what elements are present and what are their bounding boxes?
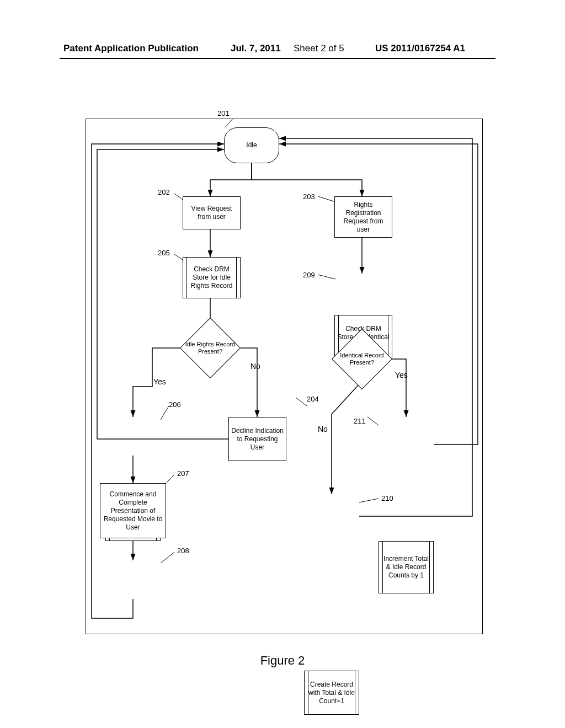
node-label: Identical Record Present? — [332, 352, 392, 366]
ref-206: 206 — [169, 400, 181, 409]
page: Patent Application Publication Jul. 7, 2… — [0, 0, 565, 728]
ref-205: 205 — [158, 249, 170, 257]
ref-208: 208 — [177, 547, 189, 555]
node-decision-identical-present: Identical Record Present? — [332, 337, 392, 381]
node-label: Idle — [246, 141, 257, 149]
node-increment-total-idle: Increment Total & Idle Record Counts by … — [379, 541, 434, 593]
sheet-number: Sheet 2 of 5 — [294, 43, 344, 54]
node-label: Check DRM Store for Idle Rights Record — [185, 265, 238, 290]
ref-203: 203 — [303, 192, 315, 201]
flowchart: Idle View Request from user Rights Regis… — [86, 119, 483, 634]
ref-204: 204 — [307, 395, 319, 403]
edge-label-yes-d1: Yes — [153, 377, 166, 386]
node-label: Commence and Complete Presentation of Re… — [103, 490, 163, 532]
publication-label: Patent Application Publication — [63, 43, 199, 54]
publication-date: Jul. 7, 2011 — [231, 43, 281, 54]
node-check-drm-idle: Check DRM Store for Idle Rights Record — [183, 257, 241, 298]
edge-label-no-d2: No — [318, 425, 328, 433]
node-label: Rights Registration Request from user — [337, 201, 390, 234]
publication-number: US 2011/0167254 A1 — [375, 43, 465, 54]
node-create-record: Create Record with Total & Idle Count=1 — [304, 671, 359, 715]
ref-209: 209 — [303, 271, 315, 279]
node-label: Create Record with Total & Idle Count=1 — [307, 681, 356, 705]
node-commence-presentation: Commence and Complete Presentation of Re… — [100, 483, 166, 538]
edge-label-no-d1: No — [250, 362, 260, 371]
ref-207: 207 — [177, 469, 189, 478]
node-label: Decline Indication to Requesting User — [231, 427, 284, 452]
node-idle: Idle — [224, 127, 279, 163]
ref-211: 211 — [354, 417, 366, 425]
node-decline-indication: Decline Indication to Requesting User — [228, 417, 286, 461]
header-rule — [60, 58, 495, 59]
ref-201: 201 — [217, 109, 230, 117]
node-label: Idle Rights Record Present? — [180, 341, 241, 355]
ref-210: 210 — [381, 494, 393, 502]
ref-202: 202 — [158, 188, 170, 196]
node-label: Increment Total & Idle Record Counts by … — [381, 555, 431, 580]
node-rights-registration-request: Rights Registration Request from user — [334, 196, 392, 238]
node-view-request: View Request from user — [183, 196, 241, 229]
node-decision-idle-present: Idle Rights Record Present? — [180, 326, 241, 370]
node-label: View Request from user — [185, 205, 238, 221]
figure-caption: Figure 2 — [0, 654, 565, 668]
edge-label-yes-d2: Yes — [395, 371, 408, 379]
